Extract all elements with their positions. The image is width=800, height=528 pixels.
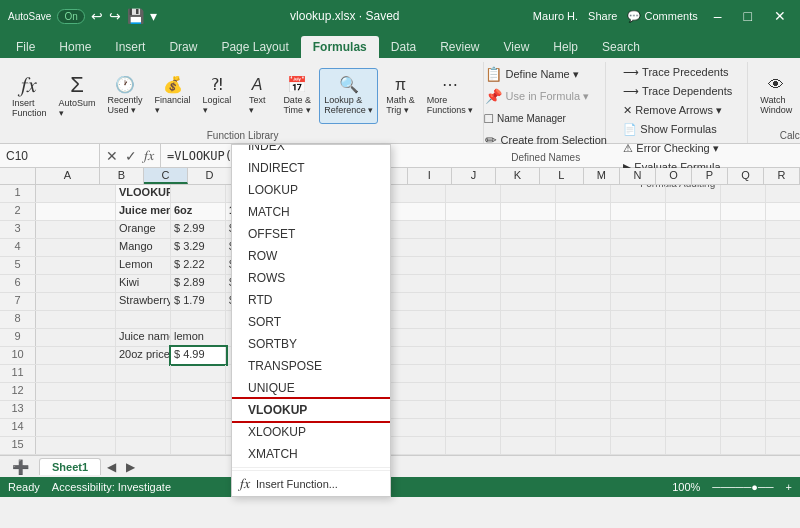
cell-C3[interactable]: $ 2.99 [171, 221, 226, 238]
cell-A14[interactable] [36, 419, 116, 436]
dropdown-item-vlookup[interactable]: VLOOKUP [232, 399, 390, 421]
cell-K13[interactable] [611, 401, 666, 418]
cell-I9[interactable] [501, 329, 556, 346]
dropdown-item-xmatch[interactable]: XMATCH [232, 443, 390, 465]
dropdown-item-offset[interactable]: OFFSET [232, 223, 390, 245]
cell-C14[interactable] [171, 419, 226, 436]
cell-B4[interactable]: Mango [116, 239, 171, 256]
col-header-J[interactable]: J [452, 168, 496, 184]
remove-arrows-button[interactable]: ✕ Remove Arrows ▾ [619, 102, 726, 119]
cell-N2[interactable] [766, 203, 800, 220]
cell-B8[interactable] [116, 311, 171, 328]
cell-G13[interactable] [391, 401, 446, 418]
define-name-button[interactable]: 📋 Define Name ▾ [481, 64, 583, 84]
cell-A7[interactable] [36, 293, 116, 310]
cell-I14[interactable] [501, 419, 556, 436]
cell-I11[interactable] [501, 365, 556, 382]
cell-M9[interactable] [721, 329, 766, 346]
recently-used-button[interactable]: 🕐 RecentlyUsed ▾ [104, 68, 147, 124]
cell-G15[interactable] [391, 437, 446, 454]
cell-G1[interactable] [391, 185, 446, 202]
math-trig-button[interactable]: π Math &Trig ▾ [382, 68, 419, 124]
cell-N14[interactable] [766, 419, 800, 436]
cell-N6[interactable] [766, 275, 800, 292]
cell-N8[interactable] [766, 311, 800, 328]
cell-N1[interactable] [766, 185, 800, 202]
cell-N4[interactable] [766, 239, 800, 256]
cell-J11[interactable] [556, 365, 611, 382]
cell-C10[interactable]: $ 4.99 [171, 347, 226, 364]
cell-K3[interactable] [611, 221, 666, 238]
show-formulas-button[interactable]: 📄 Show Formulas [619, 121, 720, 138]
cell-L12[interactable] [666, 383, 721, 400]
zoom-in-button[interactable]: + [786, 481, 792, 493]
cell-A12[interactable] [36, 383, 116, 400]
cell-M8[interactable] [721, 311, 766, 328]
cell-C1[interactable] [171, 185, 226, 202]
zoom-slider[interactable]: ─────●── [712, 481, 773, 493]
cell-C4[interactable]: $ 3.29 [171, 239, 226, 256]
dropdown-item-sortby[interactable]: SORTBY [232, 333, 390, 355]
cell-K10[interactable] [611, 347, 666, 364]
cell-C13[interactable] [171, 401, 226, 418]
cell-C15[interactable] [171, 437, 226, 454]
cell-K12[interactable] [611, 383, 666, 400]
cell-I10[interactable] [501, 347, 556, 364]
sheet-nav-right[interactable]: ▶ [122, 458, 139, 476]
cell-M15[interactable] [721, 437, 766, 454]
cell-I1[interactable] [501, 185, 556, 202]
cell-M13[interactable] [721, 401, 766, 418]
cell-H6[interactable] [446, 275, 501, 292]
cell-B9[interactable]: Juice name [116, 329, 171, 346]
cell-B10[interactable]: 20oz price [116, 347, 171, 364]
col-header-M[interactable]: M [584, 168, 620, 184]
col-header-K[interactable]: K [496, 168, 540, 184]
cell-A6[interactable] [36, 275, 116, 292]
cell-M7[interactable] [721, 293, 766, 310]
cell-J7[interactable] [556, 293, 611, 310]
cell-B6[interactable]: Kiwi [116, 275, 171, 292]
cell-B12[interactable] [116, 383, 171, 400]
cell-C7[interactable]: $ 1.79 [171, 293, 226, 310]
sheet-add-button[interactable]: ➕ [4, 457, 37, 477]
cell-H7[interactable] [446, 293, 501, 310]
cell-B5[interactable]: Lemon [116, 257, 171, 274]
cell-J2[interactable] [556, 203, 611, 220]
cell-N12[interactable] [766, 383, 800, 400]
col-header-C[interactable]: C [144, 168, 188, 184]
cell-H13[interactable] [446, 401, 501, 418]
error-checking-button[interactable]: ⚠ Error Checking ▾ [619, 140, 722, 157]
cell-A9[interactable] [36, 329, 116, 346]
minimize-button[interactable]: – [708, 6, 728, 26]
watch-window-button[interactable]: 👁 WatchWindow [756, 68, 796, 124]
col-header-N[interactable]: N [620, 168, 656, 184]
cell-J5[interactable] [556, 257, 611, 274]
cell-N15[interactable] [766, 437, 800, 454]
cell-K8[interactable] [611, 311, 666, 328]
col-header-A[interactable]: A [36, 168, 100, 184]
cell-L1[interactable] [666, 185, 721, 202]
cell-G3[interactable] [391, 221, 446, 238]
cell-A13[interactable] [36, 401, 116, 418]
dropdown-item-transpose[interactable]: TRANSPOSE [232, 355, 390, 377]
cell-A3[interactable] [36, 221, 116, 238]
cell-N5[interactable] [766, 257, 800, 274]
trace-dependents-button[interactable]: ⟶ Trace Dependents [619, 83, 736, 100]
cell-B13[interactable] [116, 401, 171, 418]
cell-K14[interactable] [611, 419, 666, 436]
dropdown-item-indirect[interactable]: INDIRECT [232, 157, 390, 179]
cell-L15[interactable] [666, 437, 721, 454]
toolbar-more[interactable]: ▾ [150, 8, 157, 24]
cell-L6[interactable] [666, 275, 721, 292]
cell-M12[interactable] [721, 383, 766, 400]
insert-function-footer[interactable]: 𝑓𝑥 Insert Function... [232, 470, 390, 496]
cell-L13[interactable] [666, 401, 721, 418]
cell-J6[interactable] [556, 275, 611, 292]
cell-K1[interactable] [611, 185, 666, 202]
cell-K15[interactable] [611, 437, 666, 454]
cell-J3[interactable] [556, 221, 611, 238]
dropdown-item-xlookup[interactable]: XLOOKUP [232, 421, 390, 443]
cell-H5[interactable] [446, 257, 501, 274]
datetime-button[interactable]: 📅 Date &Time ▾ [279, 68, 315, 124]
cell-J13[interactable] [556, 401, 611, 418]
